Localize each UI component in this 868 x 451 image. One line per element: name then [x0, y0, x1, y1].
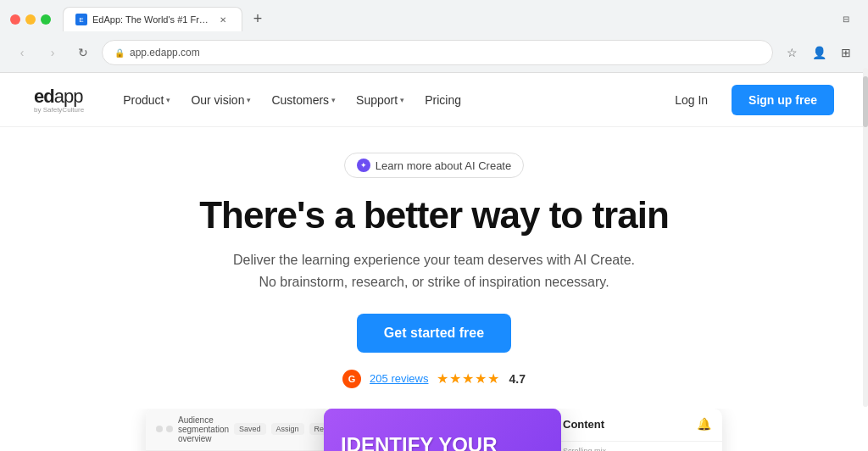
signup-button[interactable]: Sign up free [732, 85, 834, 115]
forward-button[interactable]: › [41, 41, 64, 64]
tab-favicon: E [75, 14, 87, 25]
minimize-window-icon[interactable]: ⊟ [834, 8, 858, 31]
logo-text: edapp [34, 86, 84, 108]
extensions-icon[interactable]: ⊞ [834, 41, 858, 64]
browser-chrome: E EdApp: The World's #1 Free Training Pl… [0, 0, 868, 73]
ai-badge-button[interactable]: ✦ Learn more about AI Create [344, 153, 524, 178]
support-chevron-icon: ▾ [400, 96, 404, 104]
maximize-button[interactable] [41, 14, 51, 25]
nav-links: Product ▾ Our vision ▾ Customers ▾ Suppo… [114, 86, 665, 114]
reviews-link[interactable]: 205 reviews [370, 372, 428, 385]
sc-line1: IDENTIFY YOUR [341, 434, 544, 451]
get-started-button[interactable]: Get started free [357, 314, 511, 353]
ss-fwd-icon [166, 426, 173, 432]
minimize-button[interactable] [25, 14, 36, 25]
traffic-lights [10, 14, 51, 25]
nav-product[interactable]: Product ▾ [114, 86, 179, 114]
ai-badge-text: Learn more about AI Create [376, 159, 511, 172]
browser-titlebar: E EdApp: The World's #1 Free Training Pl… [0, 0, 868, 36]
nav-customers[interactable]: Customers ▾ [263, 86, 344, 114]
new-tab-button[interactable]: + [246, 8, 270, 31]
nav-our-vision[interactable]: Our vision ▾ [182, 86, 259, 114]
ss-left-header: Audience segmentation overview Saved Ass… [146, 409, 332, 451]
reviews-row: G 205 reviews ★★★★★ 4.7 [342, 370, 526, 388]
sr-header: Content 🔔 [553, 409, 722, 442]
bookmark-icon[interactable]: ☆ [780, 41, 804, 64]
ai-badge-icon: ✦ [357, 159, 370, 172]
tab-title: EdApp: The World's #1 Free Training Plat… [92, 14, 211, 25]
ss-nav-dots [156, 426, 173, 432]
ss-title: Audience segmentation overview [178, 415, 229, 443]
hero-subtitle: Deliver the learning experience your tea… [233, 249, 635, 292]
tab-close-button[interactable]: ✕ [216, 13, 230, 26]
screenshots-row: Audience segmentation overview Saved Ass… [34, 409, 834, 451]
our-vision-chevron-icon: ▾ [247, 96, 251, 104]
sr-title: Content [563, 418, 604, 431]
hero-title: There's a better way to train [199, 195, 669, 236]
login-button[interactable]: Log In [665, 86, 718, 114]
close-button[interactable] [10, 14, 20, 25]
toolbar-actions: ☆ 👤 ⊞ [780, 41, 858, 64]
logo-app: app [54, 86, 83, 107]
refresh-button[interactable]: ↻ [71, 41, 95, 64]
product-chevron-icon: ▾ [166, 96, 170, 104]
website-content: edapp by SafetyCulture Product ▾ Our vis… [0, 73, 868, 451]
ss-back-icon [156, 426, 163, 432]
tab-bar: E EdApp: The World's #1 Free Training Pl… [63, 7, 270, 31]
bell-icon: 🔔 [697, 417, 712, 432]
back-button[interactable]: ‹ [10, 41, 34, 64]
url-text: app.edapp.com [130, 47, 200, 58]
browser-toolbar: ‹ › ↻ 🔒 app.edapp.com ☆ 👤 ⊞ [0, 36, 868, 72]
ss-saved-tag: Saved [234, 423, 266, 435]
scrollbar-thumb[interactable] [863, 76, 868, 127]
sr-scrolling-label: Scrolling mix [553, 442, 722, 451]
screenshot-right: Content 🔔 Scrolling mix FEATURED COURSE … [553, 409, 722, 451]
sc-background: IDENTIFY YOUR TARGET AUDIENCE ‹ › [324, 409, 561, 451]
site-nav: edapp by SafetyCulture Product ▾ Our vis… [0, 73, 868, 127]
sc-text: IDENTIFY YOUR TARGET AUDIENCE [341, 434, 544, 451]
rating-number: 4.7 [509, 372, 525, 386]
browser-tab[interactable]: E EdApp: The World's #1 Free Training Pl… [63, 7, 242, 31]
nav-support[interactable]: Support ▾ [348, 86, 413, 114]
profile-icon[interactable]: 👤 [807, 41, 831, 64]
ss-assign-tag: Assign [271, 423, 304, 435]
logo-ed: ed [34, 86, 54, 107]
lock-icon: 🔒 [114, 48, 125, 58]
hero-section: ✦ Learn more about AI Create There's a b… [0, 127, 868, 451]
hero-subtitle-line1: Deliver the learning experience your tea… [233, 253, 635, 267]
logo-sub: by SafetyCulture [34, 106, 84, 114]
customers-chevron-icon: ▾ [331, 96, 336, 104]
ss-actions: Saved Assign Revie... [234, 423, 332, 435]
hero-subtitle-line2: No brainstorm, research, or strike of in… [259, 275, 609, 289]
screenshot-left: Audience segmentation overview Saved Ass… [146, 409, 332, 451]
g2-logo: G [342, 370, 361, 388]
logo[interactable]: edapp by SafetyCulture [34, 86, 84, 114]
screenshot-center: IDENTIFY YOUR TARGET AUDIENCE ‹ › [324, 409, 561, 451]
nav-cta: Log In Sign up free [665, 85, 834, 115]
star-rating: ★★★★★ [437, 370, 500, 387]
address-bar[interactable]: 🔒 app.edapp.com [102, 40, 773, 65]
browser-scrollbar[interactable] [863, 68, 868, 407]
nav-pricing[interactable]: Pricing [416, 86, 470, 114]
